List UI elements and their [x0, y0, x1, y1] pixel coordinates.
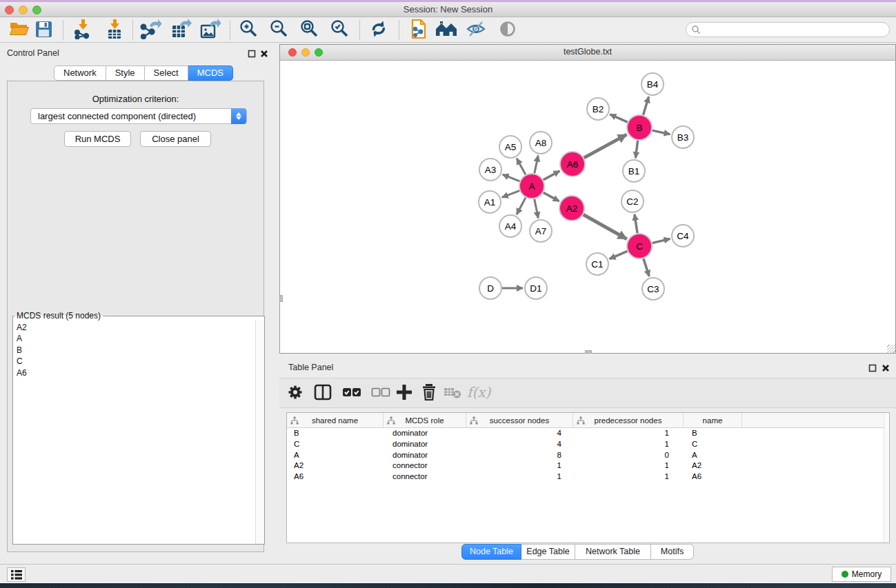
run-mcds-button[interactable]: Run MCDS: [64, 131, 131, 147]
select-all-button[interactable]: [341, 384, 362, 403]
save-button[interactable]: [32, 19, 55, 41]
function-builder-button: f(x): [469, 384, 490, 403]
deselect-all-button[interactable]: [370, 384, 391, 403]
network-zoom-button[interactable]: [315, 48, 323, 57]
node-C[interactable]: C: [627, 234, 652, 258]
mcds-result-item[interactable]: A: [17, 333, 255, 344]
zoom-out-button[interactable]: [268, 19, 291, 41]
network-minimize-button[interactable]: [301, 48, 310, 57]
close-panel-icon[interactable]: [260, 50, 268, 58]
tab-node-table[interactable]: Node Table: [461, 544, 521, 560]
import-table-button[interactable]: [103, 19, 126, 41]
float-table-panel-icon[interactable]: [868, 364, 877, 372]
import-network-button[interactable]: [71, 19, 94, 41]
network-vscroll-thumb[interactable]: [279, 295, 283, 302]
table-cell: A6: [684, 472, 742, 483]
node-A3[interactable]: A3: [479, 159, 501, 181]
node-C2[interactable]: C2: [621, 190, 644, 212]
open-folder-button[interactable]: [8, 19, 31, 41]
table-panel-title: Table Panel: [288, 363, 333, 372]
table-row[interactable]: Bdominator41B: [287, 428, 889, 439]
network-hscroll-thumb[interactable]: [585, 350, 592, 354]
tab-select[interactable]: Select: [145, 65, 188, 81]
task-history-button[interactable]: [7, 567, 26, 582]
tab-mcds[interactable]: MCDS: [188, 65, 233, 81]
node-B1[interactable]: B1: [623, 160, 645, 182]
column-header-shared-name[interactable]: shared name: [287, 413, 384, 428]
network-canvas[interactable]: AA1A2A3A4A5A6A7A8BB1B2B3B4CC1C2C3C4DD1: [280, 61, 895, 353]
zoom-window-button[interactable]: [32, 6, 41, 14]
column-header-predecessor-nodes[interactable]: predecessor nodes: [573, 413, 684, 428]
split-panel-button[interactable]: [312, 384, 333, 403]
home-button[interactable]: [435, 19, 458, 41]
table-header: shared nameMCDS rolesuccessor nodesprede…: [287, 413, 889, 428]
close-panel-button[interactable]: Close panel: [140, 131, 211, 147]
close-table-panel-icon[interactable]: [882, 364, 890, 372]
export-table-button[interactable]: [169, 19, 192, 41]
node-C1[interactable]: C1: [586, 253, 608, 275]
mcds-result-item[interactable]: C: [17, 356, 255, 367]
tab-network[interactable]: Network: [54, 65, 106, 81]
node-A2[interactable]: A2: [559, 196, 584, 221]
minimize-window-button[interactable]: [19, 6, 28, 14]
zoom-selected-button[interactable]: [328, 19, 352, 41]
mcds-result-item[interactable]: B: [17, 345, 255, 356]
export-network-button[interactable]: [139, 19, 162, 41]
show-eye-button[interactable]: [496, 19, 519, 41]
tab-style[interactable]: Style: [106, 65, 145, 81]
criterion-dropdown[interactable]: largest connected component (directed): [30, 108, 247, 124]
node-A7[interactable]: A7: [530, 220, 552, 242]
delete-column-button[interactable]: [419, 384, 439, 403]
node-D1[interactable]: D1: [525, 277, 547, 299]
node-A8[interactable]: A8: [530, 132, 552, 154]
desktop-background: [0, 583, 896, 588]
table-scrollbar[interactable]: [884, 413, 889, 543]
network-resize-grip[interactable]: [887, 345, 895, 353]
result-scrollbar[interactable]: [255, 321, 264, 544]
search-field[interactable]: [686, 22, 890, 37]
table-panel: Table Panel f(x) shared nameMCDS rolesuc…: [279, 358, 896, 562]
tab-network-table[interactable]: Network Table: [575, 544, 651, 560]
node-A5[interactable]: A5: [499, 136, 521, 158]
node-A4[interactable]: A4: [499, 215, 521, 237]
mcds-result-box: MCDS result (5 nodes) A2ABCA6: [12, 311, 265, 545]
hide-eye-button[interactable]: [464, 19, 488, 41]
table-row[interactable]: Cdominator41C: [287, 439, 889, 450]
column-header-name[interactable]: name: [684, 413, 742, 428]
table-row[interactable]: A6connector11A6: [287, 472, 889, 483]
add-column-button[interactable]: [394, 384, 415, 403]
zoom-fit-button[interactable]: [298, 19, 321, 41]
settings-gear-button[interactable]: [285, 384, 306, 403]
node-A6[interactable]: A6: [560, 152, 585, 176]
mcds-result-item[interactable]: A6: [17, 367, 255, 378]
tab-edge-table[interactable]: Edge Table: [521, 544, 575, 560]
tab-motifs[interactable]: Motifs: [651, 544, 694, 560]
node-C4[interactable]: C4: [672, 225, 694, 247]
float-panel-icon[interactable]: [248, 50, 256, 58]
criterion-value: largest connected component (directed): [38, 111, 196, 121]
node-A1[interactable]: A1: [479, 191, 501, 213]
node-C3[interactable]: C3: [642, 278, 664, 300]
node-A[interactable]: A: [519, 174, 544, 199]
mcds-result-item[interactable]: A2: [17, 322, 255, 333]
network-close-button[interactable]: [288, 48, 297, 57]
table-row[interactable]: Adominator80A: [287, 450, 889, 461]
mcds-result-list[interactable]: A2ABCA6: [13, 321, 255, 544]
zoom-in-button[interactable]: [237, 19, 261, 41]
node-B2[interactable]: B2: [587, 98, 609, 120]
table-cell: connector: [384, 460, 466, 472]
column-header-successor-nodes[interactable]: successor nodes: [466, 413, 573, 428]
node-B3[interactable]: B3: [672, 126, 694, 148]
node-D[interactable]: D: [479, 277, 501, 299]
search-input[interactable]: [701, 25, 889, 34]
memory-button[interactable]: Memory: [832, 567, 891, 582]
node-B4[interactable]: B4: [641, 73, 664, 95]
column-header-MCDS-role[interactable]: MCDS role: [384, 413, 466, 428]
close-window-button[interactable]: [5, 6, 14, 14]
table-row[interactable]: A2connector11A2: [287, 460, 889, 472]
node-B[interactable]: B: [627, 115, 652, 140]
export-image-button[interactable]: [198, 19, 221, 41]
clone-network-button[interactable]: [406, 19, 430, 41]
table-cell: 1: [466, 460, 573, 472]
refresh-layout-button[interactable]: [367, 19, 390, 41]
